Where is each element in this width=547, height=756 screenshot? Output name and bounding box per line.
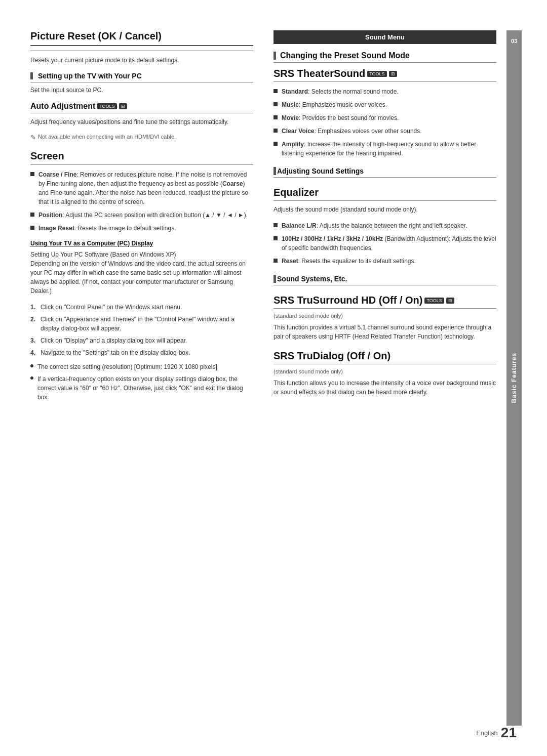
screen-bullet-2: Position: Adjust the PC screen position …	[30, 211, 253, 220]
srs-tru-icon: ⊞	[446, 298, 454, 304]
adjusting-bar	[274, 167, 276, 175]
dot-list: The correct size setting (resolution) [O…	[30, 362, 253, 402]
using-tv-desc: Setting Up Your PC Software (Based on Wi…	[30, 250, 253, 296]
srs-bullet-amplify: Amplify: Increase the intensity of high-…	[274, 140, 496, 158]
screen-bullet-3: Image Reset: Resets the image to default…	[30, 224, 253, 233]
auto-adj-note: ✎ Not available when connecting with an …	[30, 134, 253, 141]
auto-adj-tools-badge: TOOLS	[97, 103, 116, 109]
auto-adj-title: Auto Adjustment TOOLS ⊞	[30, 102, 253, 113]
setting-up-bar	[30, 72, 33, 79]
bullet-icon	[274, 115, 278, 119]
footer-page-number: 21	[501, 725, 517, 741]
srs-theater-title: SRS TheaterSound TOOLS ⊞	[274, 68, 496, 82]
numbered-list: 1. Click on "Control Panel" on the Windo…	[30, 303, 253, 357]
right-column: Sound Menu Changing the Preset Sound Mod…	[274, 30, 506, 726]
sound-systems-title: Sound Systems, Etc.	[274, 275, 496, 285]
srs-dialog-title: SRS TruDialog (Off / On)	[274, 350, 496, 364]
bullet-icon	[274, 236, 278, 240]
srs-tru-title: SRS TruSurround HD (Off / On) TOOLS ⊞	[274, 295, 496, 309]
srs-tru-desc: This function provides a virtual 5.1 cha…	[274, 323, 496, 341]
note-icon: ✎	[30, 134, 36, 141]
srs-theater-tools: TOOLS	[367, 71, 386, 77]
srs-dialog-note: (standard sound mode only)	[274, 368, 496, 374]
eq-bullet-reset: Reset: Resets the equalizer to its defau…	[274, 257, 496, 266]
sidebar-number: 03	[511, 38, 517, 44]
picture-reset-desc: Resets your current picture mode to its …	[30, 56, 253, 65]
main-content: Picture Reset (OK / Cancel) Resets your …	[0, 0, 547, 756]
disc-icon	[30, 364, 33, 367]
bullet-icon	[274, 259, 278, 263]
setting-up-desc: Set the input source to PC.	[30, 86, 253, 95]
equalizer-desc: Adjusts the sound mode (standard sound m…	[274, 205, 496, 214]
screen-bullets: Coarse / Fine: Removes or reduces pictur…	[30, 170, 253, 233]
equalizer-title: Equalizer	[274, 187, 496, 201]
adjusting-sound-title: Adjusting Sound Settings	[274, 167, 496, 178]
srs-bullet-clear-voice: Clear Voice: Emphasizes voices over othe…	[274, 127, 496, 136]
srs-tru-note: (standard sound mode only)	[274, 313, 496, 319]
auto-adj-desc: Adjust frequency values/positions and fi…	[30, 117, 253, 127]
step-4: 4. Navigate to the "Settings" tab on the…	[30, 348, 253, 357]
screen-title: Screen	[30, 150, 253, 165]
footer-english-label: English	[476, 729, 498, 737]
srs-bullet-standard: Standard: Selects the normal sound mode.	[274, 87, 496, 96]
sidebar-tab: 03 Basic Features	[506, 30, 522, 726]
changing-preset-bar	[274, 52, 276, 60]
srs-bullets: Standard: Selects the normal sound mode.…	[274, 87, 496, 158]
bullet-icon	[30, 226, 34, 230]
equalizer-bullets: Balance L/R: Adjusts the balance between…	[274, 221, 496, 266]
picture-reset-title: Picture Reset (OK / Cancel)	[30, 30, 253, 46]
screen-bullet-1: Coarse / Fine: Removes or reduces pictur…	[30, 170, 253, 206]
bullet-icon	[274, 129, 278, 133]
bullet-icon	[30, 213, 34, 217]
srs-theater-icon: ⊞	[389, 71, 397, 77]
srs-dialog-desc: This function allows you to increase the…	[274, 379, 496, 397]
bullet-icon	[274, 89, 278, 93]
dot-2: If a vertical-frequency option exists on…	[30, 374, 253, 402]
eq-bullet-balance: Balance L/R: Adjusts the balance between…	[274, 221, 496, 230]
eq-bullet-freq: 100Hz / 300Hz / 1kHz / 3kHz / 10kHz (Ban…	[274, 234, 496, 253]
step-3: 3. Click on "Display" and a display dial…	[30, 336, 253, 345]
sidebar-label: Basic Features	[511, 353, 518, 403]
footer: English 21	[476, 725, 517, 741]
bullet-icon	[274, 142, 278, 146]
step-2: 2. Click on "Appearance and Themes" in t…	[30, 315, 253, 333]
page-container: Picture Reset (OK / Cancel) Resets your …	[0, 0, 547, 756]
sound-systems-bar	[274, 275, 276, 283]
sound-menu-header: Sound Menu	[274, 30, 496, 44]
setting-up-title: Setting up the TV with Your PC	[30, 72, 253, 82]
disc-icon	[30, 376, 33, 380]
step-1: 1. Click on "Control Panel" on the Windo…	[30, 303, 253, 312]
bullet-icon	[274, 223, 278, 227]
picture-reset-separator	[30, 50, 253, 51]
srs-bullet-music: Music: Emphasizes music over voices.	[274, 100, 496, 109]
left-column: Picture Reset (OK / Cancel) Resets your …	[30, 30, 274, 726]
srs-tru-tools: TOOLS	[424, 298, 444, 304]
bullet-icon	[274, 102, 278, 106]
srs-bullet-movie: Movie: Provides the best sound for movie…	[274, 113, 496, 122]
auto-adj-tools-icon: ⊞	[119, 103, 127, 109]
dot-1: The correct size setting (resolution) [O…	[30, 362, 253, 371]
bullet-icon	[30, 172, 34, 176]
changing-preset-title: Changing the Preset Sound Mode	[274, 51, 496, 63]
using-tv-heading: Using Your TV as a Computer (PC) Display	[30, 240, 253, 247]
